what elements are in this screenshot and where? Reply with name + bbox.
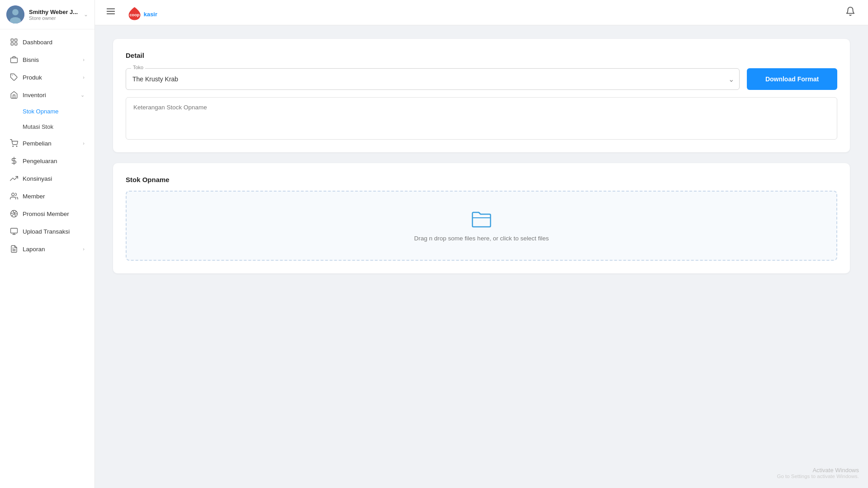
download-format-button[interactable]: Download Format (747, 68, 837, 90)
sidebar-item-promosi-member[interactable]: Promosi Member (3, 205, 92, 222)
svg-point-1 (12, 9, 19, 15)
stok-opname-card: Stok Opname Drag n drop some files here,… (113, 163, 850, 273)
sidebar-item-member[interactable]: Member (3, 188, 92, 205)
expand-icon-inventori: ⌄ (80, 92, 85, 98)
sidebar-label-mutasi-stok: Mutasi Stok (23, 123, 53, 130)
sidebar-label-upload-transaksi: Upload Transaksi (23, 228, 70, 235)
sidebar-label-laporan: Laporan (23, 246, 45, 253)
sidebar-item-upload-transaksi[interactable]: Upload Transaksi (3, 223, 92, 240)
sidebar-label-pengeluaran: Pengeluaran (23, 158, 57, 164)
page-content: Detail Toko The Krusty Krab ⌄ Download F… (95, 25, 868, 488)
pembelian-icon (10, 139, 18, 147)
dropzone-text: Drag n drop some files here, or click to… (414, 235, 549, 242)
main-area: coop kasir Detail Toko The Krusty Krab (95, 0, 868, 488)
expand-icon-laporan: › (83, 246, 85, 252)
sidebar-item-produk[interactable]: Produk › (3, 69, 92, 86)
bisnis-icon (10, 56, 18, 64)
topbar: coop kasir (95, 0, 868, 25)
sidebar-label-stok-opname: Stok Opname (23, 108, 59, 115)
toko-select[interactable]: The Krusty Krab (126, 68, 740, 90)
konsinyasi-icon (10, 174, 18, 183)
toko-label: Toko (131, 65, 145, 70)
expand-icon-pembelian: › (83, 141, 85, 146)
sidebar: Smithy Weber J... Store owner ⌄ Dashboar… (0, 0, 95, 488)
pengeluaran-icon (10, 157, 18, 165)
notification-button[interactable] (842, 5, 859, 20)
svg-rect-7 (11, 58, 18, 63)
keterangan-input[interactable] (133, 104, 830, 131)
avatar (6, 5, 24, 23)
sidebar-label-bisnis: Bisnis (23, 56, 39, 63)
folder-icon (471, 210, 492, 229)
keterangan-wrapper (126, 97, 837, 140)
toko-select-wrapper: Toko The Krusty Krab ⌄ (126, 68, 740, 90)
sidebar-item-bisnis[interactable]: Bisnis › (3, 51, 92, 68)
hamburger-button[interactable] (104, 5, 118, 20)
svg-text:coop: coop (129, 12, 140, 17)
sidebar-item-mutasi-stok[interactable]: Mutasi Stok (3, 119, 92, 134)
sidebar-label-promosi-member: Promosi Member (23, 211, 69, 217)
sidebar-item-inventori[interactable]: Inventori ⌄ (3, 86, 92, 103)
svg-point-12 (12, 193, 14, 196)
svg-text:kasir: kasir (144, 10, 157, 17)
svg-point-9 (13, 146, 14, 147)
user-role: Store owner (29, 15, 79, 21)
dashboard-icon (10, 38, 18, 46)
sidebar-label-pembelian: Pembelian (23, 140, 52, 147)
member-icon (10, 192, 18, 200)
svg-rect-3 (11, 39, 13, 41)
laporan-icon (10, 245, 18, 253)
sidebar-item-stok-opname[interactable]: Stok Opname (3, 104, 92, 119)
sidebar-item-pengeluaran[interactable]: Pengeluaran (3, 152, 92, 169)
inventori-icon (10, 91, 18, 99)
user-profile[interactable]: Smithy Weber J... Store owner ⌄ (0, 0, 94, 29)
upload-icon (10, 227, 18, 235)
sidebar-label-produk: Produk (23, 74, 42, 81)
sidebar-item-konsinyasi[interactable]: Konsinyasi (3, 170, 92, 187)
sidebar-item-dashboard[interactable]: Dashboard (3, 33, 92, 51)
svg-rect-14 (11, 228, 18, 233)
stok-opname-title: Stok Opname (126, 176, 837, 183)
svg-rect-4 (15, 39, 17, 41)
promosi-icon (10, 210, 18, 218)
file-dropzone[interactable]: Drag n drop some files here, or click to… (126, 191, 837, 261)
detail-card: Detail Toko The Krusty Krab ⌄ Download F… (113, 39, 850, 152)
expand-icon-produk: › (83, 75, 85, 80)
sidebar-label-dashboard: Dashboard (23, 39, 52, 46)
sidebar-label-konsinyasi: Konsinyasi (23, 175, 52, 182)
svg-rect-6 (15, 43, 17, 45)
sidebar-label-member: Member (23, 193, 45, 200)
svg-point-10 (16, 146, 17, 147)
svg-rect-5 (11, 43, 13, 45)
logo: coop kasir (125, 5, 177, 21)
chevron-down-icon: ⌄ (84, 11, 88, 18)
produk-icon (10, 73, 18, 81)
expand-icon-bisnis: › (83, 57, 85, 62)
sidebar-item-pembelian[interactable]: Pembelian › (3, 135, 92, 152)
sidebar-item-laporan[interactable]: Laporan › (3, 240, 92, 258)
detail-row: Toko The Krusty Krab ⌄ Download Format (126, 68, 837, 90)
logo-svg: coop kasir (125, 5, 177, 21)
sidebar-label-inventori: Inventori (23, 92, 46, 99)
user-name: Smithy Weber J... (29, 9, 79, 15)
sidebar-navigation: Dashboard Bisnis › Produk › Inventori (0, 29, 94, 262)
detail-title: Detail (126, 52, 837, 59)
user-info: Smithy Weber J... Store owner (29, 9, 79, 21)
